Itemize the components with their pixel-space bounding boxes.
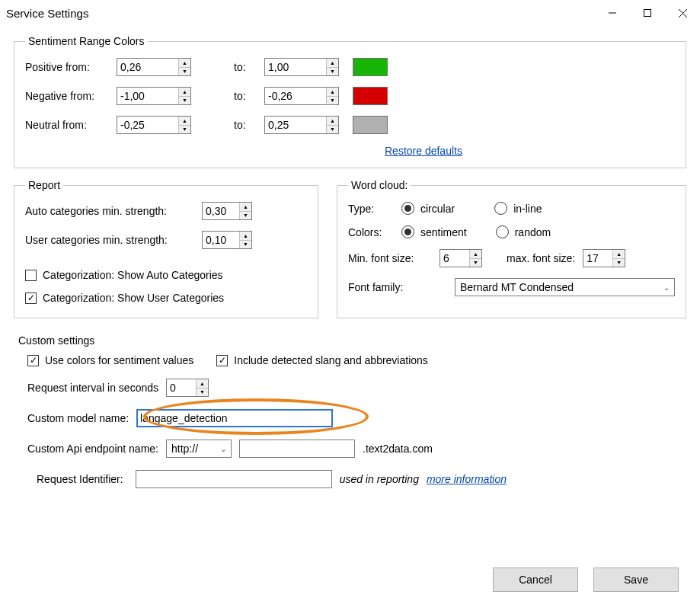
wc-max-font-label: max. font size: (507, 252, 575, 264)
interval-input[interactable] (167, 379, 196, 396)
spin-down-icon[interactable]: ▼ (197, 388, 208, 397)
spin-up-icon[interactable]: ▲ (240, 203, 251, 212)
spin-up-icon[interactable]: ▲ (613, 250, 625, 259)
user-strength-label: User categories min. strength: (25, 234, 202, 246)
spin-up-icon[interactable]: ▲ (197, 379, 208, 388)
wc-colors-sentiment-label: sentiment (420, 226, 467, 238)
wc-min-font-input[interactable] (440, 250, 469, 267)
auto-strength-spinner[interactable]: ▲▼ (202, 202, 252, 220)
show-auto-label: Categorization: Show Auto Categories (43, 269, 223, 281)
more-information-link[interactable]: more information (427, 473, 507, 485)
cancel-button[interactable]: Cancel (493, 567, 578, 592)
spin-down-icon[interactable]: ▼ (240, 241, 251, 249)
request-id-label: Request Identifier: (37, 473, 123, 485)
wc-family-value: Bernard MT Condensed (460, 281, 574, 293)
auto-strength-input[interactable] (203, 203, 239, 219)
spin-down-icon[interactable]: ▼ (179, 126, 190, 134)
api-scheme-select[interactable]: http:// ⌄ (166, 440, 232, 458)
custom-legend: Custom settings (18, 334, 682, 347)
spin-down-icon[interactable]: ▼ (327, 126, 338, 134)
use-colors-label: Use colors for sentiment values (45, 354, 193, 366)
wc-family-label: Font family: (348, 281, 432, 293)
wc-colors-label: Colors: (348, 226, 401, 238)
positive-to-input[interactable] (265, 59, 326, 75)
neutral-from-input[interactable] (117, 117, 178, 133)
maximize-button[interactable] (630, 1, 665, 25)
negative-to-spinner[interactable]: ▲▼ (264, 87, 339, 105)
show-auto-checkbox[interactable] (25, 270, 37, 281)
spin-up-icon[interactable]: ▲ (327, 88, 338, 97)
include-slang-label: Include detected slang and abbreviations (234, 354, 428, 366)
use-colors-checkbox[interactable]: ✓ (27, 355, 39, 366)
negative-from-spinner[interactable]: ▲▼ (117, 87, 191, 105)
negative-from-input[interactable] (117, 88, 178, 104)
negative-to-input[interactable] (265, 88, 326, 104)
wc-max-font-spinner[interactable]: ▲▼ (583, 249, 625, 267)
save-button[interactable]: Save (593, 567, 679, 592)
user-strength-input[interactable] (203, 232, 239, 248)
spin-down-icon[interactable]: ▼ (470, 259, 481, 267)
api-host-input[interactable] (239, 440, 355, 458)
wc-family-select[interactable]: Bernard MT Condensed ⌄ (455, 278, 675, 296)
spin-up-icon[interactable]: ▲ (179, 117, 190, 126)
neutral-to-input[interactable] (265, 117, 326, 133)
user-strength-spinner[interactable]: ▲▼ (202, 231, 252, 249)
spin-down-icon[interactable]: ▼ (327, 97, 338, 105)
spin-down-icon[interactable]: ▼ (327, 68, 338, 76)
api-suffix-label: .text2data.com (363, 443, 433, 455)
model-name-input[interactable] (136, 409, 333, 427)
report-group: Report Auto categories min. strength: ▲▼… (14, 179, 318, 318)
neutral-to-label: to: (234, 119, 264, 131)
wordcloud-group: Word cloud: Type: circular in-line (337, 179, 686, 318)
spin-down-icon[interactable]: ▼ (179, 97, 190, 105)
wordcloud-legend: Word cloud: (348, 179, 411, 191)
restore-defaults-link[interactable]: Restore defaults (385, 145, 462, 157)
spin-down-icon[interactable]: ▼ (179, 68, 190, 76)
spin-down-icon[interactable]: ▼ (613, 259, 625, 267)
wc-type-inline-label: in-line (513, 203, 542, 215)
close-button[interactable] (665, 1, 700, 25)
wc-min-font-spinner[interactable]: ▲▼ (439, 249, 482, 267)
positive-color-swatch[interactable] (353, 58, 388, 76)
chevron-down-icon: ⌄ (220, 445, 226, 453)
positive-from-label: Positive from: (25, 61, 117, 73)
positive-from-input[interactable] (117, 59, 178, 75)
wc-colors-random-radio[interactable] (496, 225, 509, 238)
model-name-label: Custom model name: (27, 412, 129, 424)
wc-colors-sentiment-radio[interactable] (401, 225, 414, 238)
include-slang-checkbox[interactable]: ✓ (216, 355, 228, 366)
wc-max-font-input[interactable] (583, 250, 612, 267)
window-title: Service Settings (6, 7, 88, 20)
request-id-hint: used in reporting (340, 473, 419, 485)
api-endpoint-label: Custom Api endpoint name: (27, 443, 158, 455)
neutral-from-spinner[interactable]: ▲▼ (117, 116, 191, 134)
neutral-from-label: Neutral from: (25, 119, 117, 131)
spin-up-icon[interactable]: ▲ (179, 88, 190, 97)
svg-rect-1 (644, 10, 651, 17)
spin-up-icon[interactable]: ▲ (327, 59, 338, 68)
positive-to-label: to: (234, 61, 264, 73)
minimize-button[interactable] (595, 1, 630, 25)
wc-colors-random-label: random (515, 226, 551, 238)
wc-type-inline-radio[interactable] (494, 202, 507, 215)
window-controls (595, 1, 700, 25)
spin-down-icon[interactable]: ▼ (240, 212, 251, 220)
positive-to-spinner[interactable]: ▲▼ (264, 58, 339, 76)
negative-color-swatch[interactable] (353, 87, 388, 105)
show-user-checkbox[interactable]: ✓ (25, 293, 37, 304)
wc-type-circular-label: circular (420, 203, 455, 215)
spin-up-icon[interactable]: ▲ (327, 117, 338, 126)
titlebar: Service Settings (0, 0, 700, 26)
spin-up-icon[interactable]: ▲ (179, 59, 190, 68)
request-id-input[interactable] (136, 470, 332, 488)
wc-type-circular-radio[interactable] (401, 202, 414, 215)
neutral-color-swatch[interactable] (353, 116, 388, 134)
sentiment-legend: Sentiment Range Colors (25, 35, 148, 47)
api-scheme-value: http:// (171, 443, 198, 455)
positive-from-spinner[interactable]: ▲▼ (117, 58, 191, 76)
interval-spinner[interactable]: ▲▼ (166, 379, 209, 397)
neutral-to-spinner[interactable]: ▲▼ (264, 116, 339, 134)
spin-up-icon[interactable]: ▲ (470, 250, 481, 259)
custom-group: Custom settings ✓ Use colors for sentime… (14, 329, 686, 496)
spin-up-icon[interactable]: ▲ (240, 232, 251, 241)
